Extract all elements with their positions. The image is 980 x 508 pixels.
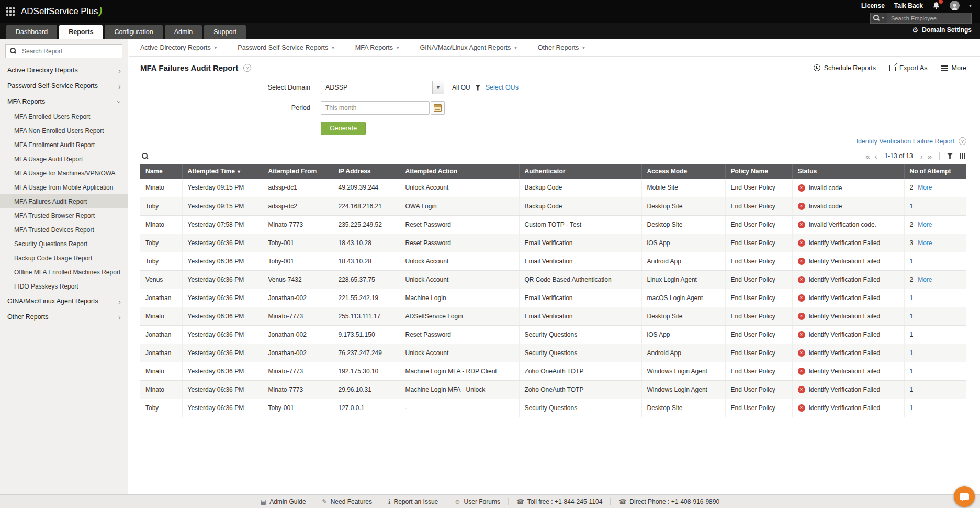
footer-link-need-features[interactable]: ✎Need Features: [314, 498, 380, 505]
column-header-no-of-attempt[interactable]: No of Attempt: [904, 164, 966, 179]
column-header-policy-name[interactable]: Policy Name: [725, 164, 792, 179]
sidebar-item-mfa-enrolled-users-report[interactable]: MFA Enrolled Users Report: [0, 109, 128, 124]
sidebar-item-mfa-failures-audit-report[interactable]: MFA Failures Audit Report: [0, 194, 128, 208]
talkback-link[interactable]: Talk Back: [894, 2, 923, 9]
more-button[interactable]: More: [941, 64, 966, 72]
cell-attempted-time: Yesterday 06:36 PM: [182, 380, 263, 399]
notifications-button[interactable]: [932, 2, 940, 9]
footer-link-admin-guide[interactable]: ▤Admin Guide: [253, 498, 314, 505]
sidebar-item-password-self-service-reports[interactable]: Password Self-Service Reports›: [0, 78, 128, 94]
column-chooser-icon[interactable]: [958, 153, 965, 159]
cell-authenticator: Email Verification: [519, 289, 641, 307]
sidebar-item-mfa-trusted-browser-report[interactable]: MFA Trusted Browser Report: [0, 208, 128, 223]
generate-button[interactable]: Generate: [321, 122, 366, 135]
prev-page-button[interactable]: ‹: [875, 152, 877, 160]
menu-password-self-service-reports[interactable]: Password Self-Service Reports▾: [238, 44, 334, 51]
column-header-ip-address[interactable]: IP Address: [333, 164, 400, 179]
column-header-attempted-time[interactable]: Attempted Time▾: [182, 164, 263, 179]
footer-link-direct-phone[interactable]: ☎Direct Phone : +1-408-916-9890: [610, 498, 727, 505]
cell-status: ×Invalid Verification code.: [792, 215, 904, 234]
sidebar-item-mfa-usage-audit-report[interactable]: MFA Usage Audit Report: [0, 152, 128, 166]
cell-ip-address: 228.65.37.75: [333, 270, 400, 289]
footer-link-user-forums[interactable]: ☺User Forums: [446, 498, 508, 505]
cell-ip-address: 18.43.10.28: [333, 252, 400, 270]
filter-icon[interactable]: [947, 153, 953, 159]
sidebar-item-mfa-enrollment-audit-report[interactable]: MFA Enrollment Audit Report: [0, 138, 128, 152]
report-form: Select Domain ADSSP ▼ All OU Select OUs …: [129, 81, 980, 135]
filter-icon[interactable]: [475, 85, 481, 91]
app-launcher-icon[interactable]: [6, 7, 15, 16]
menu-label: GINA/Mac/Linux Agent Reports: [420, 44, 511, 51]
more-link[interactable]: More: [918, 184, 932, 191]
next-page-button[interactable]: ›: [920, 152, 923, 160]
tab-dashboard[interactable]: Dashboard: [6, 25, 57, 39]
sidebar-item-backup-code-usage-report[interactable]: Backup Code Usage Report: [0, 251, 128, 265]
cell-attempted-action: Reset Password: [400, 325, 519, 344]
footer-link-toll-free[interactable]: ☎Toll free : +1-844-245-1104: [508, 498, 611, 505]
sidebar-item-mfa-trusted-devices-report[interactable]: MFA Trusted Devices Report: [0, 223, 128, 237]
export-as-button[interactable]: Export As: [889, 64, 928, 72]
search-scope-button[interactable]: ▾: [870, 13, 887, 24]
support-chat-button[interactable]: [954, 486, 975, 507]
column-header-authenticator[interactable]: Authenticator: [519, 164, 641, 179]
select-ous-link[interactable]: Select OUs: [486, 84, 519, 91]
sidebar-item-active-directory-reports[interactable]: Active Directory Reports›: [0, 62, 128, 78]
column-header-attempted-action[interactable]: Attempted Action: [400, 164, 519, 179]
table-search-icon[interactable]: [142, 153, 149, 160]
period-input[interactable]: [321, 101, 430, 115]
table-row: TobyYesterday 06:36 PMToby-00118.43.10.2…: [140, 234, 966, 252]
column-header-status[interactable]: Status: [792, 164, 904, 179]
table-row: JonathanYesterday 06:36 PMJonathan-00276…: [140, 344, 966, 362]
user-menu-caret-icon[interactable]: ▾: [969, 3, 972, 8]
menu-mfa-reports[interactable]: MFA Reports▾: [355, 44, 399, 51]
sidebar-item-mfa-usage-from-mobile-application[interactable]: MFA Usage from Mobile Application: [0, 180, 128, 194]
employee-search-input[interactable]: [887, 13, 972, 24]
cell-attempted-action: Unlock Account: [400, 179, 519, 197]
cell-attempted-from: Venus-7432: [263, 270, 333, 289]
tab-configuration[interactable]: Configuration: [105, 25, 162, 39]
more-link[interactable]: More: [918, 276, 932, 283]
more-link[interactable]: More: [918, 221, 932, 228]
column-header-name[interactable]: Name: [140, 164, 182, 179]
more-link[interactable]: More: [918, 239, 932, 247]
sidebar-item-mfa-reports[interactable]: MFA Reports›: [0, 94, 128, 109]
cell-attempted-from: Toby-001: [263, 252, 333, 270]
cell-policy-name: End User Policy: [725, 362, 792, 380]
help-icon[interactable]: ?: [243, 64, 251, 72]
cell-attempted-action: Reset Password: [400, 234, 519, 252]
error-icon: ×: [798, 258, 805, 265]
sidebar-item-offline-mfa-enrolled-machines-report[interactable]: Offline MFA Enrolled Machines Report: [0, 265, 128, 279]
menu-other-reports[interactable]: Other Reports▾: [538, 44, 585, 51]
menu-active-directory-reports[interactable]: Active Directory Reports▾: [140, 44, 217, 51]
footer-link-report-an-issue[interactable]: ℹReport an Issue: [380, 498, 446, 505]
tab-admin[interactable]: Admin: [165, 25, 202, 39]
sidebar-item-mfa-non-enrolled-users-report[interactable]: MFA Non-Enrolled Users Report: [0, 124, 128, 138]
menu-label: Other Reports: [538, 44, 579, 51]
tab-reports[interactable]: Reports: [59, 25, 103, 39]
menu-gina-mac-linux-agent-reports[interactable]: GINA/Mac/Linux Agent Reports▾: [420, 44, 517, 51]
sidebar-item-security-questions-report[interactable]: Security Questions Report: [0, 237, 128, 251]
sidebar-item-other-reports[interactable]: Other Reports›: [0, 309, 128, 325]
domain-select[interactable]: ADSSP ▼: [321, 81, 444, 94]
first-page-button[interactable]: «: [865, 152, 870, 160]
footer-links: ▤Admin Guide✎Need FeaturesℹReport an Iss…: [253, 498, 727, 505]
cell-policy-name: End User Policy: [725, 399, 792, 417]
sidebar-item-mfa-usage-for-machines-vpn-owa[interactable]: MFA Usage for Machines/VPN/OWA: [0, 166, 128, 180]
last-page-button[interactable]: »: [928, 152, 932, 160]
calendar-button[interactable]: [431, 101, 445, 115]
identity-verification-failure-report-link[interactable]: Identity Verification Failure Report: [856, 138, 954, 145]
tab-support[interactable]: Support: [204, 25, 246, 39]
user-avatar[interactable]: [950, 1, 960, 10]
column-header-access-mode[interactable]: Access Mode: [641, 164, 725, 179]
report-table-wrap: « ‹ 1-13 of 13 › » NameAttempted Time▾At…: [140, 148, 966, 417]
help-icon[interactable]: ?: [959, 137, 966, 145]
report-search-input[interactable]: [5, 44, 122, 58]
sidebar-item-fido-passkeys-report[interactable]: FIDO Passkeys Report: [0, 279, 128, 293]
schedule-reports-button[interactable]: Schedule Reports: [814, 64, 876, 72]
sidebar-item-gina-mac-linux-agent-reports[interactable]: GINA/Mac/Linux Agent Reports›: [0, 293, 128, 309]
domain-settings-button[interactable]: Domain Settings: [922, 26, 972, 34]
attempt-count: 3: [910, 239, 914, 247]
column-header-attempted-from[interactable]: Attempted From: [263, 164, 333, 179]
status-text: Identify Verification Failed: [809, 294, 881, 302]
license-link[interactable]: License: [861, 2, 885, 9]
